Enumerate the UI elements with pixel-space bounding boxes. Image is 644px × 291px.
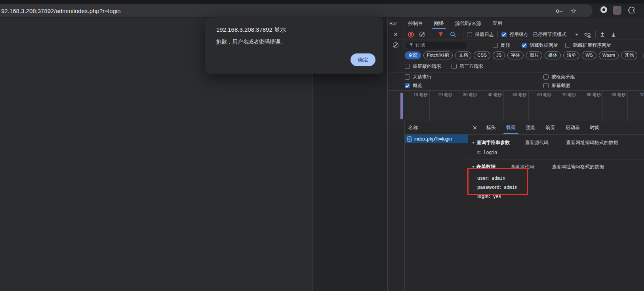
import-har-icon[interactable] (599, 31, 606, 38)
type-chip[interactable]: 其他 (621, 51, 637, 59)
details-tab[interactable]: 预览 (525, 121, 537, 134)
timeline-tick: 50 毫秒 (504, 91, 529, 121)
checkbox-icon (543, 74, 549, 80)
payload-param: login: yes (477, 194, 644, 199)
address-bar[interactable]: 92.168.3.208:37892/admin/index.php?r=log… (0, 4, 593, 17)
filter-gutter (388, 40, 404, 50)
timeline-tick-label: 30 毫秒 (454, 91, 479, 98)
type-chip-label: Fetch/XHR (427, 53, 449, 57)
triangle-down-icon[interactable]: ▼ (472, 165, 475, 169)
preserve-log-checkbox[interactable]: 保留日志 (467, 31, 494, 38)
devtools-tab[interactable]: 网络 (433, 18, 445, 29)
view-option-label: 按框架分组 (551, 74, 575, 80)
view-option-checkbox[interactable]: 屏幕截图 (543, 82, 644, 89)
type-chip-label: Wasm (602, 53, 615, 57)
view-option-checkbox[interactable]: 概览 (405, 82, 543, 89)
timeline-ticks: 10 毫秒20 毫秒30 毫秒40 毫秒50 毫秒60 毫秒70 毫秒80 毫秒… (404, 91, 644, 121)
throttling-value: 已停用节流模式 (533, 31, 566, 38)
toolbar-divider (516, 42, 516, 48)
filter-input[interactable]: 过滤 (406, 42, 467, 49)
devtools-tab-label: 控制台 (408, 20, 423, 27)
devtools-tab[interactable]: Bar (389, 18, 398, 29)
filter-funnel-icon[interactable] (438, 32, 444, 37)
timeline-tick: 20 毫秒 (430, 91, 455, 121)
dialog-ok-button[interactable]: 确定 (351, 53, 375, 66)
triangle-down-icon[interactable]: ▼ (472, 141, 475, 145)
devtools-tab[interactable]: 源代码/来源 (454, 18, 482, 29)
request-type-filters: 全部Fetch/XHR文档CSSJS字体图片媒体清单WSWasm其他 被屏蔽的响… (388, 50, 644, 61)
view-source-link[interactable]: 查看源代码 (511, 164, 534, 170)
document-icon (407, 136, 412, 142)
timeline-tick-label: 10 (628, 91, 644, 97)
request-filter-checkbox[interactable]: 第三方请求 (452, 63, 483, 70)
close-details-icon[interactable]: ✕ (473, 121, 477, 134)
requests-name-header[interactable]: 名称 (405, 121, 468, 135)
details-tab[interactable]: 时间 (589, 121, 601, 134)
type-chip[interactable]: 全部 (405, 51, 421, 59)
details-tab[interactable]: 响应 (545, 121, 556, 134)
network-overview-timeline[interactable]: 10 毫秒20 毫秒30 毫秒40 毫秒50 毫秒60 毫秒70 毫秒80 毫秒… (388, 90, 644, 121)
type-chip-label: 全部 (408, 53, 417, 57)
request-filter-checkbox[interactable]: 被屏蔽的请求 (405, 63, 441, 70)
param-key: r: (477, 150, 481, 155)
address-bar-url[interactable]: 92.168.3.208:37892/admin/index.php?r=log… (1, 8, 121, 14)
details-tab[interactable]: 启动器 (564, 121, 581, 134)
type-chip-label: 其他 (625, 53, 634, 57)
type-chip[interactable]: WS (582, 51, 596, 59)
type-chip[interactable]: 图片 (526, 51, 542, 59)
hide-data-urls-checkbox[interactable]: 隐藏数据网址 (522, 42, 558, 49)
form-section-title[interactable]: 表单数据 (476, 164, 495, 170)
clear-network-log-icon[interactable] (419, 32, 425, 37)
timeline-tick: 80 毫秒 (578, 91, 603, 121)
network-conditions-icon[interactable] (583, 31, 592, 38)
timeline-tick-label: 80 毫秒 (578, 91, 603, 98)
request-row[interactable]: index.php?r=login (405, 135, 468, 143)
details-tab-label: 预览 (526, 124, 535, 131)
devtools-tab[interactable]: 应用 (492, 18, 503, 29)
query-section-title[interactable]: 查询字符串参数 (476, 139, 510, 146)
extensions-puzzle-icon[interactable] (627, 6, 636, 15)
type-chip[interactable]: 字体 (507, 51, 524, 59)
view-source-link[interactable]: 查看源代码 (525, 139, 549, 146)
type-chip[interactable]: 清单 (563, 51, 579, 59)
disable-cache-checkbox[interactable]: 停用缓存 (501, 31, 528, 38)
type-chip[interactable]: JS (493, 51, 505, 59)
invert-filter-checkbox[interactable]: 反转 (493, 42, 510, 49)
devtools-tab[interactable]: 控制台 (407, 18, 424, 29)
close-icon[interactable]: ✕ (393, 32, 398, 37)
form-data-section: ▼ 表单数据 查看源代码 查看网址编码格式的数据 user: admin pas… (472, 164, 644, 199)
checkbox-icon (565, 43, 570, 48)
record-network-log-icon[interactable] (408, 32, 414, 38)
search-icon[interactable] (450, 31, 456, 38)
block-icon[interactable] (393, 42, 398, 48)
request-filter-label: 第三方请求 (459, 63, 483, 70)
hide-extension-urls-label: 隐藏扩展程序网址 (573, 42, 611, 49)
type-chip-label: WS (585, 53, 593, 57)
extension-off-icon[interactable]: OFF (613, 6, 621, 15)
timeline-tick: 60 毫秒 (529, 91, 554, 121)
details-tab-label: 响应 (546, 124, 555, 131)
view-urlencoded-link[interactable]: 查看网址编码格式的数据 (552, 164, 604, 170)
hide-extension-urls-checkbox[interactable]: 隐藏扩展程序网址 (565, 42, 611, 49)
type-chip[interactable]: Wasm (599, 51, 619, 59)
type-chip[interactable]: 文档 (455, 51, 471, 59)
view-option-label: 概览 (413, 82, 422, 89)
type-chip[interactable]: Fetch/XHR (423, 51, 453, 59)
type-chip[interactable]: 媒体 (545, 51, 561, 59)
details-tab[interactable]: 标头 (485, 121, 497, 134)
chevron-down-icon (575, 34, 578, 36)
view-option-checkbox[interactable]: 大请求行 (405, 74, 543, 80)
export-har-icon[interactable] (610, 31, 617, 38)
view-urlencoded-link[interactable]: 查看网址编码格式的数据 (566, 139, 618, 146)
timeline-tick: 70 毫秒 (553, 91, 578, 121)
bookmark-star-icon[interactable]: ☆ (570, 8, 577, 15)
type-chip-label: 图片 (530, 53, 539, 57)
param-key: password: (477, 184, 501, 190)
extension-ring-icon[interactable] (600, 6, 607, 13)
password-key-icon[interactable] (555, 7, 563, 15)
request-name: index.php?r=login (414, 136, 452, 142)
details-tab[interactable]: 载荷 (505, 121, 517, 134)
throttling-dropdown[interactable]: 已停用节流模式 (533, 31, 578, 38)
type-chip[interactable]: CSS (474, 51, 490, 59)
view-option-checkbox[interactable]: 按框架分组 (543, 74, 644, 80)
